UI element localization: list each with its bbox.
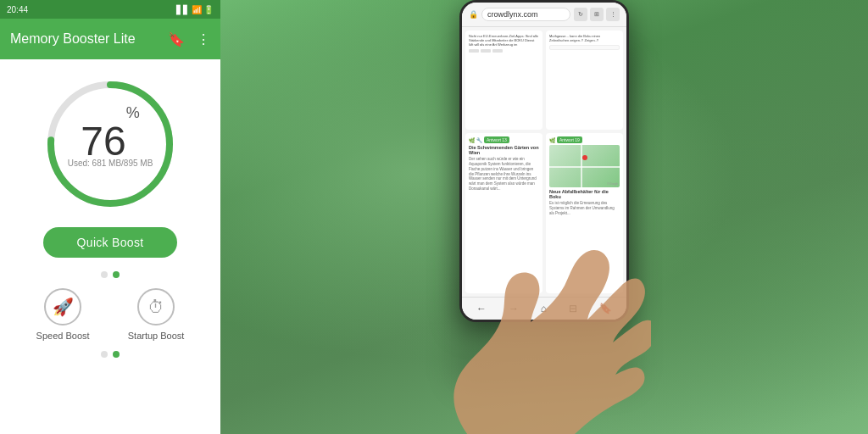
startup-boost-icon: ⏱ xyxy=(147,298,164,317)
map-pin xyxy=(582,155,587,160)
dot-2-active xyxy=(113,271,120,278)
card-action-btn xyxy=(469,49,479,53)
app-header: Memory Booster Lite 🔖 ⋮ xyxy=(0,19,220,59)
card-top-right-text: Muthgasse... kann die Boku einen Zebrafi… xyxy=(549,34,620,42)
bottom-dot-1 xyxy=(101,351,108,358)
status-bar-left: 20:44 xyxy=(7,5,28,14)
speed-boost-icon: 🚀 xyxy=(53,297,74,317)
wifi-icon: 📶 xyxy=(192,5,202,14)
photo-panel: 🔒 crowdlynx.com ↻ ⊞ ⋮ Nicht nur EU-Erneu… xyxy=(220,0,868,434)
leaf-icon: 🌿 xyxy=(469,137,475,143)
page-dots-bottom xyxy=(101,351,120,358)
browser-refresh-btn[interactable]: ↻ xyxy=(574,8,587,21)
card-map: © Google xyxy=(549,145,620,187)
status-bar-right: ▋▋ 📶 🔋 xyxy=(176,5,214,14)
card-title-left: Die Schwimmenden Gärten von Wien xyxy=(469,145,539,155)
boost-options: 🚀 Speed Boost ⏱ Startup Boost xyxy=(8,288,212,341)
quick-boost-button[interactable]: Quick Boost xyxy=(43,227,178,258)
main-content: 76 % Used: 681 MB/895 MB Quick Boost 🚀 S… xyxy=(0,59,220,434)
card-header-right: 🌿 Antwort 19 xyxy=(549,136,620,143)
map-attribution: © Google xyxy=(607,182,618,186)
bottom-dot-2-active xyxy=(113,351,120,358)
browser-lock-icon: 🔒 xyxy=(469,10,478,19)
phone-card-top-left: Nicht nur EU-Erneuerbare-Ziel-Apps: Sind… xyxy=(465,31,542,130)
map-road-vertical xyxy=(581,145,582,187)
card-top-left-text: Nicht nur EU-Erneuerbare-Ziel-Apps: Sind… xyxy=(469,34,539,47)
memory-used-text: Used: 681 MB/895 MB xyxy=(68,159,153,168)
card-action-btn2 xyxy=(481,49,491,53)
map-road-horizontal xyxy=(549,166,620,168)
browser-more-btn[interactable]: ⋮ xyxy=(606,8,620,21)
memory-percent-sign: % xyxy=(126,104,140,122)
speed-boost-icon-circle: 🚀 xyxy=(44,288,81,326)
header-icons: 🔖 ⋮ xyxy=(168,31,210,47)
browser-tab-btn[interactable]: ⊞ xyxy=(590,8,604,21)
card-text-left: Der sehen auch würde er wie ein Aquaponi… xyxy=(469,157,539,192)
circle-inner: 76 % Used: 681 MB/895 MB xyxy=(68,121,153,168)
card-action-btn3 xyxy=(492,49,503,53)
memory-percent: 76 xyxy=(81,121,125,162)
phone-card-top-right: Muthgasse... kann die Boku einen Zebrafi… xyxy=(546,31,623,130)
leaf-icon-right: 🌿 xyxy=(549,137,555,143)
speed-boost-option[interactable]: 🚀 Speed Boost xyxy=(36,288,90,341)
signal-icon: ▋▋ xyxy=(176,5,190,14)
status-time: 20:44 xyxy=(7,5,28,14)
startup-boost-label: Startup Boost xyxy=(128,331,185,341)
dot-1 xyxy=(101,271,108,278)
page-dots-top xyxy=(101,271,120,278)
startup-boost-option[interactable]: ⏱ Startup Boost xyxy=(128,288,185,341)
memory-circle: 76 % Used: 681 MB/895 MB xyxy=(42,76,178,212)
speed-boost-label: Speed Boost xyxy=(36,331,90,341)
bookmark-icon[interactable]: 🔖 xyxy=(168,31,185,47)
phone-browser-bar: 🔒 crowdlynx.com ↻ ⊞ ⋮ xyxy=(462,3,626,27)
app-panel: 20:44 ▋▋ 📶 🔋 Memory Booster Lite 🔖 ⋮ 76 xyxy=(0,0,220,434)
card-action-row xyxy=(469,49,539,53)
hand-silhouette xyxy=(414,197,651,434)
more-options-icon[interactable]: ⋮ xyxy=(197,31,210,47)
tools-icon: 🔧 xyxy=(476,137,482,143)
card-badge-19: Antwort 19 xyxy=(557,136,582,143)
card-input-area xyxy=(549,45,620,50)
browser-actions: ↻ ⊞ ⋮ xyxy=(574,8,620,21)
card-header-left: 🌿 🔧 Antwort 13 xyxy=(469,136,539,143)
app-title: Memory Booster Lite xyxy=(10,31,136,47)
startup-boost-icon-circle: ⏱ xyxy=(137,288,175,326)
card-badge-13: Antwort 13 xyxy=(484,136,509,143)
browser-url[interactable]: crowdlynx.com xyxy=(481,8,570,21)
battery-icon: 🔋 xyxy=(203,5,214,14)
status-bar: 20:44 ▋▋ 📶 🔋 xyxy=(0,0,220,19)
